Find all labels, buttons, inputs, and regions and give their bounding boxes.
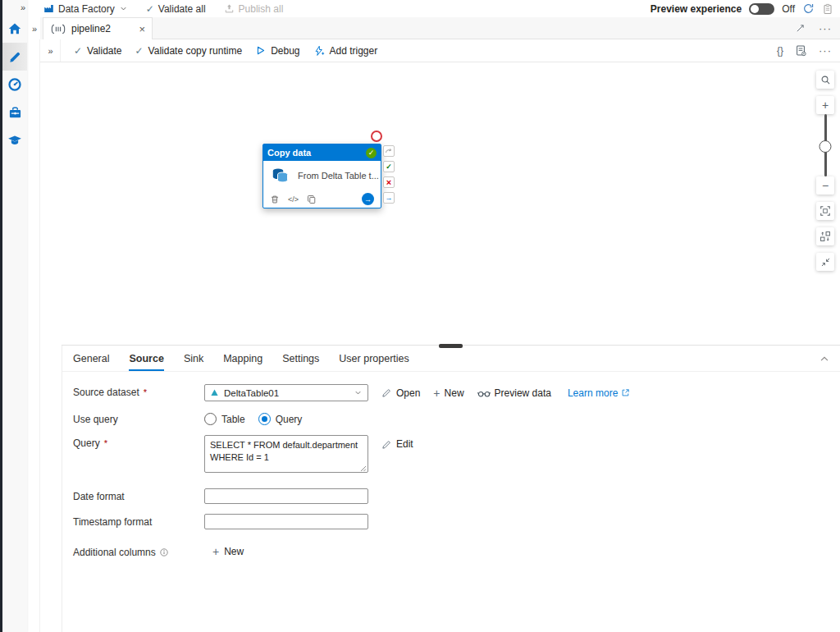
success-connector[interactable]: ✓ xyxy=(383,161,395,172)
additional-columns-row: Additional columns + New xyxy=(73,544,840,558)
tab-strip-filler: ··· xyxy=(153,17,840,39)
learn-more-link[interactable]: Learn more xyxy=(568,387,630,399)
tab-pipeline2[interactable]: pipeline2 × xyxy=(43,17,153,39)
pencil-icon xyxy=(8,50,22,64)
skip-connector[interactable] xyxy=(383,145,395,157)
tab-user-properties[interactable]: User properties xyxy=(339,348,409,371)
open-dataset-button[interactable]: Open xyxy=(381,387,420,399)
properties-tab-bar: General Source Sink Mapping Settings Use… xyxy=(62,348,840,372)
tab-settings[interactable]: Settings xyxy=(282,348,319,371)
chevron-down-icon xyxy=(119,4,128,13)
preview-experience-toggle[interactable] xyxy=(749,3,774,15)
activity-body: From Delta Table t... xyxy=(263,161,381,190)
validate-button[interactable]: ✓ Validate xyxy=(74,45,122,57)
use-query-option-table[interactable]: Table xyxy=(204,413,245,425)
zoom-slider[interactable] xyxy=(816,114,834,176)
activity-actions: </> → xyxy=(263,190,381,208)
graduation-cap-icon xyxy=(7,133,22,148)
chevron-down-icon xyxy=(354,388,363,397)
sidebar-item-monitor[interactable] xyxy=(2,71,27,98)
collapse-controls-icon[interactable] xyxy=(816,253,834,271)
code-icon[interactable]: </> xyxy=(288,195,299,204)
refresh-icon[interactable] xyxy=(802,2,815,15)
pencil-icon xyxy=(381,387,392,398)
tab-close-icon[interactable]: × xyxy=(139,23,145,35)
source-tab-form: Source dataset* DeltaTable01 Open + New xyxy=(62,372,840,558)
pipeline-toolbar: » ✓ Validate ✓ Validate copy runtime Deb… xyxy=(39,39,840,62)
tab-overflow-icon[interactable]: » xyxy=(27,17,40,39)
toolbar-overflow-icon[interactable]: » xyxy=(39,39,61,62)
activity-success-badge: ✓ xyxy=(366,148,377,158)
clone-icon[interactable] xyxy=(307,195,317,204)
delete-icon[interactable] xyxy=(270,195,280,204)
radio-checked[interactable] xyxy=(258,413,271,425)
activity-name-label: From Delta Table t... xyxy=(298,171,379,181)
editor-tab-strip: » pipeline2 × ··· xyxy=(27,17,840,39)
auto-align-button[interactable] xyxy=(816,227,834,245)
tab-label: pipeline2 xyxy=(71,23,134,34)
validate-copy-runtime-button[interactable]: ✓ Validate copy runtime xyxy=(135,45,243,57)
zoom-in-button[interactable]: + xyxy=(816,96,834,114)
delta-table-icon xyxy=(210,388,219,397)
source-dataset-value: DeltaTable01 xyxy=(224,388,349,398)
zoom-to-fit-button[interactable] xyxy=(816,202,834,220)
sidebar-expand-icon[interactable]: » xyxy=(2,0,27,15)
toolbar-more-icon[interactable]: ··· xyxy=(819,44,832,57)
zoom-slider-handle[interactable] xyxy=(819,140,832,153)
check-icon: ✓ xyxy=(146,3,154,15)
activity-header: Copy data ✓ xyxy=(263,144,381,161)
gauge-icon xyxy=(7,77,22,92)
preview-data-button[interactable]: Preview data xyxy=(477,387,551,399)
additional-columns-label: Additional columns xyxy=(73,544,204,558)
home-icon xyxy=(7,21,22,36)
copy-data-activity[interactable]: Copy data ✓ From Delta Table t... </> → xyxy=(262,144,381,208)
panel-collapse-icon[interactable] xyxy=(819,353,830,364)
use-query-option-query[interactable]: Query xyxy=(258,413,303,425)
source-dataset-row: Source dataset* DeltaTable01 Open + New xyxy=(73,384,840,401)
radio-unchecked[interactable] xyxy=(204,413,217,425)
date-format-input[interactable] xyxy=(204,488,368,504)
zoom-out-button[interactable]: − xyxy=(816,176,834,195)
tab-general[interactable]: General xyxy=(73,348,109,371)
edit-query-button[interactable]: Edit xyxy=(381,435,413,450)
add-next-activity-icon[interactable]: → xyxy=(362,193,374,205)
sidebar-item-home[interactable] xyxy=(2,15,27,43)
top-command-bar: Data Factory ✓ Validate all Publish all … xyxy=(27,0,840,17)
tab-sink[interactable]: Sink xyxy=(184,348,203,371)
info-icon xyxy=(159,547,169,557)
sidebar-item-author[interactable] xyxy=(2,43,27,71)
query-row: Query* SELECT * FROM default.department … xyxy=(73,435,840,475)
debug-button[interactable]: Debug xyxy=(255,45,299,57)
use-query-label: Use query xyxy=(73,411,204,425)
tab-more-icon[interactable]: ··· xyxy=(819,22,832,34)
properties-icon[interactable] xyxy=(795,44,807,57)
publish-all-button[interactable]: Publish all xyxy=(224,3,284,15)
code-view-icon[interactable]: {} xyxy=(777,45,783,57)
canvas-search-icon[interactable] xyxy=(816,71,834,89)
completion-connector[interactable]: → xyxy=(383,192,395,204)
new-dataset-button[interactable]: + New xyxy=(433,387,463,400)
expand-diagonal-icon[interactable] xyxy=(795,23,806,34)
timestamp-format-input[interactable] xyxy=(204,514,368,529)
source-dataset-dropdown[interactable]: DeltaTable01 xyxy=(204,384,368,401)
query-input[interactable]: SELECT * FROM default.department WHERE I… xyxy=(204,435,368,473)
clipboard-icon[interactable] xyxy=(822,3,833,15)
failure-connector[interactable]: × xyxy=(383,176,395,188)
panel-resize-handle[interactable] xyxy=(439,344,463,348)
sidebar-item-manage[interactable] xyxy=(2,98,27,126)
external-link-icon xyxy=(621,388,630,397)
pencil-icon xyxy=(381,439,392,450)
tab-mapping[interactable]: Mapping xyxy=(223,348,262,371)
validate-all-button[interactable]: ✓ Validate all xyxy=(146,3,206,15)
tab-source[interactable]: Source xyxy=(129,348,163,371)
pipeline-canvas[interactable]: Copy data ✓ From Delta Table t... </> → … xyxy=(62,62,840,346)
additional-columns-new-button[interactable]: + New xyxy=(212,544,244,558)
add-trigger-button[interactable]: Add trigger xyxy=(313,45,378,57)
validation-error-indicator[interactable] xyxy=(371,131,382,142)
glasses-icon xyxy=(477,388,491,398)
source-dataset-label: Source dataset* xyxy=(73,384,204,398)
use-query-row: Use query Table Query xyxy=(73,411,840,425)
sidebar-item-learning[interactable] xyxy=(2,126,27,154)
divider-line xyxy=(39,39,40,632)
factory-selector[interactable]: Data Factory xyxy=(43,3,128,15)
